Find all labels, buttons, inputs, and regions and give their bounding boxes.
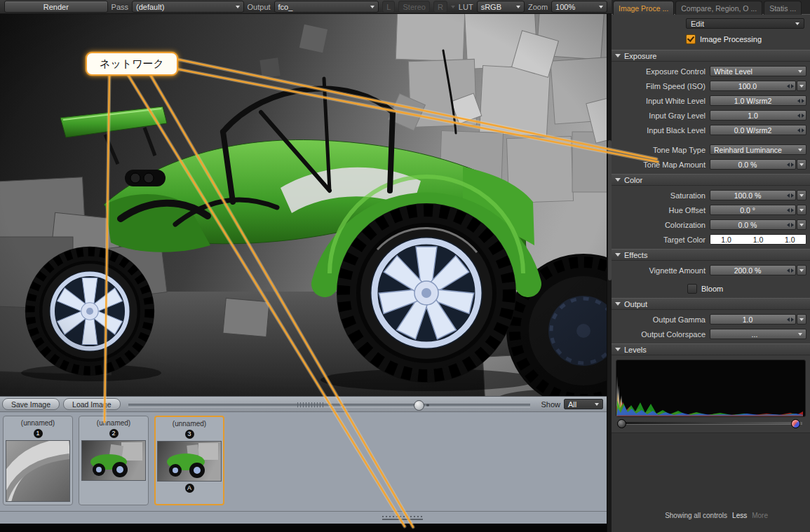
section-exposure[interactable]: Exposure (612, 50, 810, 62)
pass-dropdown[interactable]: (default) (132, 1, 244, 13)
mini-slider-icon[interactable] (785, 266, 795, 275)
tone-map-type-dropdown[interactable]: Reinhard Luminance (710, 144, 806, 155)
input-white-level-label: Input White Level (612, 97, 710, 105)
chevron-down-icon[interactable] (797, 81, 806, 91)
more-link[interactable]: More (752, 512, 768, 519)
levels-white-point-handle[interactable] (791, 419, 800, 428)
thumbnail-current-marker: A (185, 484, 194, 493)
chevron-down-icon (798, 149, 802, 151)
section-effects[interactable]: Effects (612, 249, 810, 261)
input-black-level-value: 0.0 W/srm2 (710, 126, 795, 135)
input-gray-level-value: 1.0 (710, 111, 795, 120)
viewport-scrollbar[interactable] (607, 14, 612, 532)
collapse-triangle-icon (615, 253, 621, 257)
render-viewport[interactable] (0, 14, 607, 396)
mini-slider-icon[interactable] (785, 81, 795, 90)
save-image-button[interactable]: Save Image (2, 398, 60, 410)
saturation-field[interactable]: 100.0 % (710, 190, 796, 200)
thumbnail-scroll-slider[interactable] (128, 398, 531, 411)
chevron-down-icon[interactable] (797, 205, 806, 215)
mini-slider-icon[interactable] (795, 111, 806, 120)
section-color[interactable]: Color (612, 174, 810, 186)
target-color-swatch-field[interactable]: 1.0 1.0 1.0 (710, 234, 806, 245)
show-filter-dropdown[interactable]: All (564, 399, 603, 409)
hue-offset-value: 0.0 ° (710, 206, 785, 214)
chevron-down-icon (798, 70, 802, 73)
output-gamma-value: 1.0 (710, 315, 785, 324)
thumbnail-title: (unnamed) (21, 419, 55, 427)
input-black-level-field[interactable]: 0.0 W/srm2 (710, 125, 806, 135)
exposure-control-dropdown[interactable]: White Level (710, 66, 806, 76)
hue-offset-field[interactable]: 0.0 ° (710, 205, 796, 215)
less-link[interactable]: Less (732, 512, 747, 519)
lut-dropdown[interactable]: sRGB (477, 1, 525, 13)
output-gamma-field[interactable]: 1.0 (710, 314, 796, 325)
section-output[interactable]: Output (612, 298, 810, 310)
image-processing-panel: Edit Image Processing Exposure Exposure … (612, 14, 810, 532)
exposure-control-value: White Level (714, 67, 795, 76)
exposure-control-row: Exposure Control White Level (612, 66, 806, 76)
output-dropdown[interactable]: fco_ (274, 1, 379, 13)
output-colorspace-dropdown[interactable]: ... (710, 329, 806, 339)
lut-label: LUT (459, 3, 473, 11)
section-title: Output (624, 300, 647, 308)
vignette-amount-field[interactable]: 200.0 % (710, 265, 796, 275)
thumbnail-3-selected[interactable]: (unnamed) 3 A (154, 416, 224, 505)
thumbnail-image (6, 440, 70, 502)
bloom-checkbox[interactable] (687, 284, 697, 294)
film-speed-value: 100.0 (710, 82, 785, 90)
levels-black-point-handle[interactable] (617, 419, 626, 428)
input-gray-level-field[interactable]: 1.0 (710, 110, 806, 121)
tone-map-amount-field[interactable]: 0.0 % (710, 159, 796, 170)
tab-statistics[interactable]: Statis ... (764, 1, 802, 15)
colorization-field[interactable]: 0.0 % (710, 219, 796, 230)
input-white-level-field[interactable]: 1.0 W/srm2 (710, 95, 806, 106)
chevron-down-icon[interactable] (797, 190, 806, 200)
chevron-down-icon[interactable] (797, 265, 806, 275)
tone-map-amount-value: 0.0 % (710, 161, 785, 169)
target-color-row: Target Color 1.0 1.0 1.0 (612, 234, 806, 245)
chevron-down-icon (795, 22, 799, 25)
mini-slider-icon[interactable] (785, 315, 795, 324)
tab-compare-region[interactable]: Compare, Region, O ... (675, 1, 762, 15)
levels-range-slider[interactable] (617, 418, 804, 428)
zoom-dropdown[interactable]: 100% (551, 1, 607, 13)
grip-dots-icon (382, 516, 423, 517)
slider-track[interactable] (128, 404, 531, 407)
load-image-button[interactable]: Load Image (63, 398, 120, 410)
section-title: Effects (624, 251, 647, 259)
thumbnail-1[interactable]: (unnamed) 1 (3, 416, 73, 505)
thumbnail-2[interactable]: (unnamed) 2 (79, 416, 149, 505)
hue-offset-label: Hue Offset (612, 206, 710, 214)
mini-slider-icon[interactable] (785, 191, 795, 200)
pass-label: Pass (112, 3, 128, 11)
mini-slider-icon[interactable] (785, 205, 795, 214)
film-speed-field[interactable]: 100.0 (710, 81, 796, 91)
mini-slider-icon[interactable] (795, 96, 806, 105)
mini-slider-icon[interactable] (785, 220, 795, 229)
stereo-left-button[interactable]: L (382, 1, 395, 13)
colorization-label: Colorization (612, 221, 710, 229)
stereo-right-button[interactable]: R (433, 1, 447, 13)
slider-handle[interactable] (414, 400, 424, 411)
image-processing-checkbox[interactable] (686, 34, 696, 44)
target-color-b[interactable]: 1.0 (774, 235, 806, 244)
stereo-button[interactable]: Stereo (398, 1, 429, 13)
thumbnail-image (157, 441, 222, 482)
rendered-buggy-image (0, 14, 607, 396)
mini-slider-icon[interactable] (785, 160, 795, 169)
target-color-g[interactable]: 1.0 (742, 235, 774, 244)
target-color-r[interactable]: 1.0 (710, 235, 742, 244)
chevron-down-icon[interactable] (797, 219, 806, 230)
chevron-down-icon[interactable] (797, 314, 806, 325)
panel-lower-area: Showing all controls Less More (612, 432, 810, 532)
panel-resize-grip[interactable] (0, 511, 607, 524)
edit-dropdown[interactable]: Edit (686, 18, 804, 29)
chevron-down-icon[interactable] (451, 6, 455, 8)
tab-image-processing[interactable]: Image Proce ... (613, 1, 674, 15)
section-levels[interactable]: Levels (612, 343, 810, 355)
mini-slider-icon[interactable] (795, 125, 806, 135)
output-colorspace-row: Output Colorspace ... (612, 329, 806, 339)
render-button[interactable]: Render (4, 1, 108, 13)
chevron-down-icon[interactable] (797, 159, 806, 170)
